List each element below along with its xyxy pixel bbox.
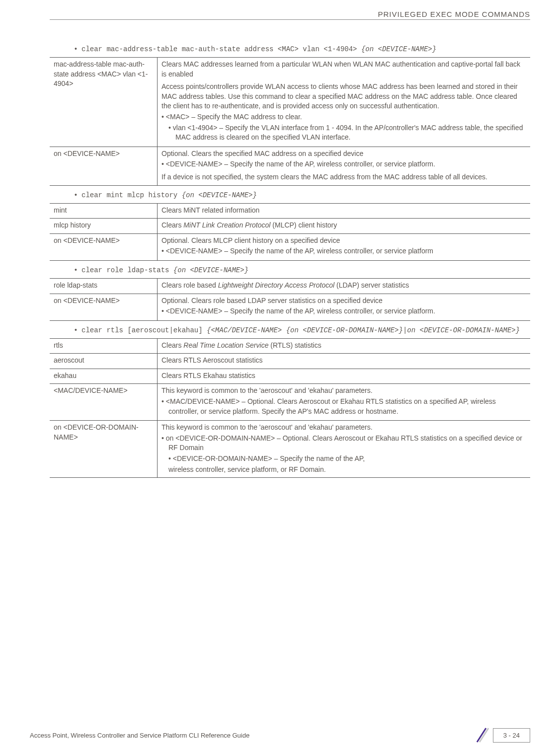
desc-text: Clears MAC addresses learned from a part… (161, 60, 526, 79)
desc-cell: Clears RTLS Ekahau statistics (158, 369, 531, 384)
desc-cell: Optional. Clears MLCP client history on … (158, 233, 531, 260)
param-cell: aeroscout (50, 354, 158, 369)
desc-bullet: • <DEVICE-OR-DOMAIN-NAME> – Specify the … (161, 454, 526, 464)
desc-cell: Optional. Clears the specified MAC addre… (158, 147, 531, 185)
table-role-ldap: role ldap-stats Clears role based Lightw… (50, 278, 530, 321)
param-cell: mac-address-table mac-auth-state address… (50, 58, 158, 147)
desc-bullet: • <MAC/DEVICE-NAME> – Optional. Clears A… (161, 397, 526, 416)
cmd-optional: {<MAC/DEVICE-NAME> {on <DEVICE-OR-DOMAIN… (207, 326, 520, 334)
desc-text: This keyword is common to the 'aeroscout… (161, 386, 526, 396)
desc-cell: Clears role based Lightweight Directory … (158, 278, 531, 294)
desc-cell: Clears MiNT Link Creation Protocol (MLCP… (158, 219, 531, 234)
param-cell: on <DEVICE-NAME> (50, 294, 158, 320)
syntax-mint-mlcp: •clear mint mlcp history {on <DEVICE-NAM… (75, 191, 530, 199)
param-cell: on <DEVICE-NAME> (50, 147, 158, 185)
desc-cell: This keyword is common to the 'aeroscout… (158, 384, 531, 421)
footer-text: Access Point, Wireless Controller and Se… (30, 732, 249, 739)
param-cell: ekahau (50, 369, 158, 384)
slash-icon (474, 726, 489, 744)
page-footer: Access Point, Wireless Controller and Se… (30, 726, 530, 744)
desc-bullet: • vlan <1-4904> – Specify the VLAN inter… (161, 123, 526, 143)
cmd-optional: {on <DEVICE-NAME>} (173, 266, 248, 274)
syntax-role-ldap: •clear role ldap-stats {on <DEVICE-NAME>… (75, 266, 530, 274)
param-cell: mint (50, 203, 158, 219)
desc-bullet: • <MAC> – Specify the MAC address to cle… (161, 112, 526, 122)
param-cell: rtls (50, 338, 158, 354)
cmd-text: clear role ldap-stats (81, 266, 173, 274)
desc-cell: Clears Real Time Location Service (RTLS)… (158, 338, 531, 354)
desc-text: wireless controller, service platform, o… (161, 465, 526, 475)
table-mac-address: mac-address-table mac-auth-state address… (50, 57, 530, 186)
desc-bullet: • <DEVICE-NAME> – Specify the name of th… (161, 306, 526, 316)
desc-cell: This keyword is common to the 'aeroscout… (158, 421, 531, 478)
desc-bullet: • <DEVICE-NAME> – Specify the name of th… (161, 159, 526, 169)
param-cell: <MAC/DEVICE-NAME> (50, 384, 158, 421)
page-number: 3 - 24 (493, 728, 530, 743)
param-cell: on <DEVICE-NAME> (50, 233, 158, 260)
desc-text: Optional. Clears MLCP client history on … (161, 236, 526, 246)
desc-text: Access points/controllers provide WLAN a… (161, 82, 526, 111)
cmd-text: clear rtls [aeroscout|ekahau] (81, 326, 207, 334)
desc-cell: Optional. Clears role based LDAP server … (158, 294, 531, 320)
desc-bullet: • <DEVICE-NAME> – Specify the name of th… (161, 246, 526, 256)
desc-cell: Clears RTLS Aeroscout statistics (158, 354, 531, 369)
syntax-rtls: •clear rtls [aeroscout|ekahau] {<MAC/DEV… (75, 326, 530, 334)
page-header: PRIVILEGED EXEC MODE COMMANDS (50, 10, 530, 20)
cmd-optional: {on <DEVICE-NAME>} (182, 191, 257, 199)
cmd-text: clear mint mlcp history (81, 191, 182, 199)
param-cell: role ldap-stats (50, 278, 158, 294)
desc-text: Optional. Clears the specified MAC addre… (161, 149, 526, 159)
syntax-mac-address-table: •clear mac-address-table mac-auth-state … (75, 45, 530, 53)
table-rtls: rtls Clears Real Time Location Service (… (50, 338, 530, 478)
table-mint: mint Clears MiNT related information mlc… (50, 203, 530, 261)
desc-bullet: • on <DEVICE-OR-DOMAIN-NAME> – Optional.… (161, 434, 526, 453)
cmd-optional: {on <DEVICE-NAME>} (361, 45, 436, 53)
desc-text: This keyword is common to the 'aeroscout… (161, 423, 526, 433)
desc-cell: Clears MAC addresses learned from a part… (158, 58, 531, 147)
param-cell: mlcp history (50, 219, 158, 234)
cmd-text: clear mac-address-table mac-auth-state a… (81, 45, 361, 53)
param-cell: on <DEVICE-OR-DOMAIN-NAME> (50, 421, 158, 478)
desc-text: Optional. Clears role based LDAP server … (161, 296, 526, 306)
desc-cell: Clears MiNT related information (158, 203, 531, 219)
desc-text: If a device is not specified, the system… (161, 172, 526, 182)
